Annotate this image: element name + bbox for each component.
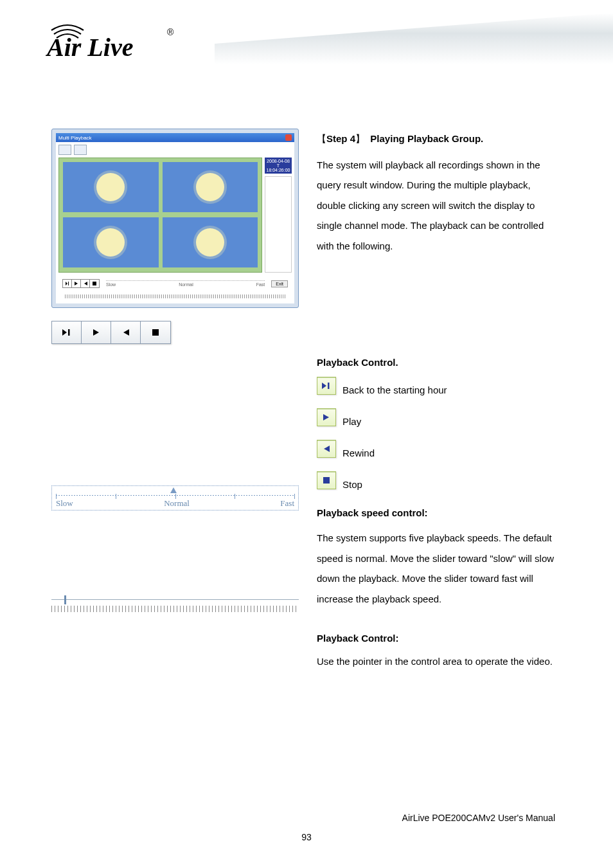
stop-icon — [317, 471, 336, 489]
exit-button: Exit — [271, 280, 288, 287]
playback-mini-buttons — [62, 279, 100, 288]
page-number: 93 — [0, 832, 613, 842]
step-heading: 【Step 4】 Playing Playback Group. — [317, 129, 562, 150]
back-to-start-button[interactable] — [52, 321, 82, 343]
svg-rect-5 — [323, 477, 330, 484]
video-cell — [163, 162, 258, 212]
stop-label: Stop — [342, 478, 362, 491]
svg-rect-2 — [68, 329, 70, 336]
stop-button[interactable] — [141, 321, 170, 343]
speed-control-body: The system supports five playback speeds… — [317, 528, 562, 609]
timeline-thumb-icon — [64, 595, 66, 604]
rewind-button[interactable] — [111, 321, 141, 343]
video-cell — [63, 217, 159, 267]
rewind-icon — [317, 440, 336, 458]
back-to-start-icon — [317, 377, 336, 395]
svg-rect-1 — [93, 282, 96, 285]
timeline-slider-figure — [51, 594, 299, 613]
airlive-logo: Air Live ® — [45, 16, 177, 62]
playback-control-heading: Playback Control. — [317, 352, 562, 373]
speed-label-slow: Slow — [56, 498, 73, 509]
svg-rect-4 — [328, 383, 330, 389]
toolbar-btn — [74, 145, 87, 155]
speed-label-fast: Fast — [280, 498, 294, 509]
svg-text:®: ® — [167, 27, 174, 37]
video-cell — [163, 217, 258, 267]
footer-product: AirLive POE200CAMv2 User's Manual — [402, 813, 555, 823]
timestamp: 2008-04-08 T 18:04:26:00 — [265, 158, 292, 174]
speed-label-normal: Normal — [164, 498, 190, 509]
video-cell — [63, 162, 159, 212]
play-label: Play — [342, 415, 361, 428]
header-swoosh — [215, 13, 613, 64]
close-icon — [285, 134, 292, 141]
rewind-label: Rewind — [342, 446, 375, 460]
playback-control2-heading: Playback Control: — [317, 628, 562, 649]
play-button[interactable] — [82, 321, 111, 343]
play-icon — [317, 408, 336, 426]
multi-playback-screenshot: Multi Playback 2 — [51, 129, 299, 308]
speed-slider-figure: Slow Normal Fast — [51, 485, 299, 511]
logo-text: Air Live — [45, 33, 133, 62]
speed-control-heading: Playback speed control: — [317, 503, 562, 523]
svg-rect-3 — [152, 329, 159, 336]
window-title: Multi Playback — [58, 135, 92, 141]
step-description: The system will playback all recordings … — [317, 155, 562, 257]
toolbar-btn — [58, 145, 71, 155]
slider-thumb-icon — [170, 487, 177, 493]
video-grid — [58, 158, 262, 273]
back-label: Back to the starting hour — [342, 383, 447, 397]
playback-control2-body: Use the pointer in the control area to o… — [317, 651, 562, 672]
playback-button-strip — [51, 321, 171, 344]
